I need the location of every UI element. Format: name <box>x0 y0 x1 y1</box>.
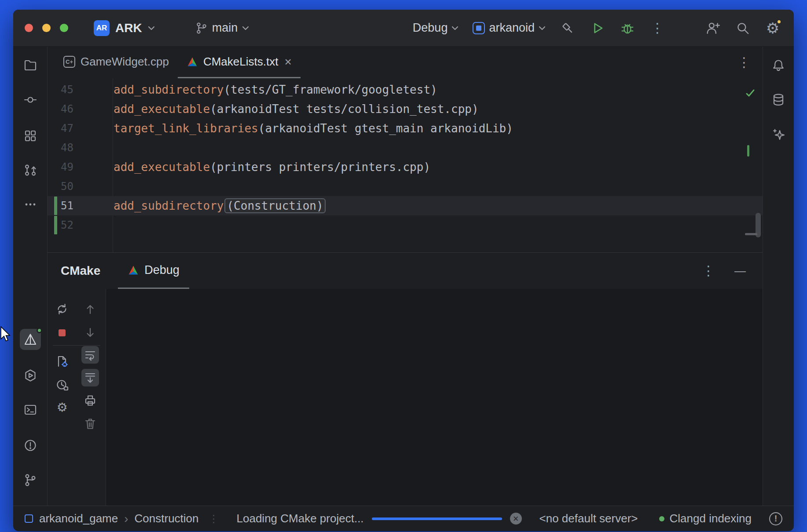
version-control-tool-button[interactable] <box>20 470 41 491</box>
line-number: 50 <box>48 177 73 196</box>
add-user-icon <box>706 21 720 35</box>
kebab-icon: ⋮ <box>737 56 751 69</box>
soft-wrap-button[interactable] <box>81 346 99 364</box>
main-area: C+ GameWidget.cpp CMakeLists.txt × ⋮ <box>13 47 794 506</box>
pull-request-icon <box>24 164 37 177</box>
editor-line[interactable]: 50 <box>48 177 763 196</box>
debug-mode-label: Debug <box>413 21 448 35</box>
breadcrumb-module[interactable]: Construction <box>135 512 199 525</box>
cmake-panel-body: ⚙ <box>48 289 763 506</box>
code-text: add_subdirectory(Construction) <box>73 196 326 215</box>
editor-scroll-mark <box>745 233 757 235</box>
add-user-button[interactable] <box>705 20 721 36</box>
services-tool-button[interactable] <box>20 365 41 386</box>
more-actions-button[interactable]: ⋮ <box>649 20 665 36</box>
debug-button[interactable] <box>620 20 635 36</box>
titlebar-actions: Debug arkanoid <box>413 20 794 36</box>
editor-line[interactable]: 47target_link_libraries(arkanoidTest gte… <box>48 119 763 138</box>
structure-tool-button[interactable] <box>20 125 41 146</box>
minimize-window-button[interactable] <box>42 24 51 32</box>
editor-line[interactable]: 46add_executable(arkanoidTest tests/coll… <box>48 99 763 119</box>
editor-line[interactable]: 48 <box>48 138 763 157</box>
down-stack-button[interactable] <box>81 324 99 342</box>
scroll-to-end-button[interactable] <box>81 369 99 386</box>
run-config-selector[interactable]: arkanoid <box>473 21 546 35</box>
traffic-lights <box>25 24 68 32</box>
cmake-console-output[interactable] <box>106 289 763 506</box>
file-gear-icon <box>55 355 69 368</box>
structure-icon <box>24 129 37 142</box>
run-button[interactable] <box>590 20 605 36</box>
project-name: ARK <box>115 21 142 35</box>
code-segment-boxed: (Construction) <box>224 198 325 213</box>
gear-icon: ⚙ <box>56 401 67 414</box>
right-tool-stripe <box>763 47 794 506</box>
terminal-tool-button[interactable] <box>20 399 41 420</box>
ai-assistant-button[interactable] <box>768 124 789 145</box>
settings-notification-dot <box>777 19 781 24</box>
database-button[interactable] <box>768 89 789 110</box>
close-window-button[interactable] <box>25 24 33 32</box>
tab-label: GameWidget.cpp <box>81 55 169 69</box>
settings-button[interactable]: ⚙ <box>765 20 781 36</box>
editor-line[interactable]: 51add_subdirectory(Construction) <box>48 196 763 215</box>
code-editor[interactable]: 45add_subdirectory(tests/GT_framework/go… <box>48 78 763 252</box>
chevron-down-icon <box>242 26 249 30</box>
services-icon <box>24 369 37 382</box>
breadcrumb-separator: › <box>124 512 128 526</box>
line-number: 48 <box>48 138 73 157</box>
cmake-tool-button[interactable] <box>20 329 41 350</box>
code-text: target_link_libraries(arkanoidTest gtest… <box>73 119 513 138</box>
up-stack-button[interactable] <box>81 300 99 318</box>
editor-tab-bar: C+ GameWidget.cpp CMakeLists.txt × ⋮ <box>48 47 763 78</box>
project-icon: AR <box>94 20 110 36</box>
database-icon <box>772 93 785 106</box>
left-tool-stripe <box>13 47 48 506</box>
tab-gamewidget[interactable]: C+ GameWidget.cpp <box>55 47 178 78</box>
bug-icon <box>620 21 635 35</box>
editor-line[interactable]: 52 <box>48 215 763 235</box>
code-text <box>73 215 114 235</box>
panel-options-button[interactable]: ⋮ <box>702 264 715 277</box>
status-right: <no default server> Clangd indexing ! <box>539 512 782 525</box>
bell-icon <box>772 58 785 72</box>
progress-bar <box>372 517 502 520</box>
breadcrumb-project[interactable]: arkanoid_game <box>39 512 118 525</box>
indexing-status: Clangd indexing <box>659 512 752 525</box>
default-server-selector[interactable]: <no default server> <box>539 512 638 525</box>
inspections-ok-icon[interactable] <box>745 88 756 98</box>
build-button[interactable] <box>560 20 576 36</box>
toolbar-divider <box>53 345 100 346</box>
cmake-active-dot <box>37 328 42 333</box>
reload-cmake-project-button[interactable] <box>53 353 71 370</box>
vcs-branch-widget[interactable]: main <box>195 21 249 35</box>
hide-panel-button[interactable]: — <box>734 265 746 277</box>
clear-all-button[interactable] <box>81 415 99 433</box>
debug-mode-selector[interactable]: Debug <box>413 21 459 35</box>
project-tool-button[interactable] <box>20 55 41 76</box>
notifications-button[interactable] <box>768 55 789 76</box>
cancel-task-button[interactable]: × <box>510 513 522 525</box>
error-indicator-button[interactable]: ! <box>769 512 782 525</box>
problems-tool-button[interactable] <box>20 435 41 456</box>
pull-requests-tool-button[interactable] <box>20 160 41 181</box>
project-widget[interactable]: AR ARK <box>94 20 155 36</box>
print-button[interactable] <box>81 392 99 409</box>
arrow-up-icon <box>84 302 97 316</box>
editor-line[interactable]: 49add_executable(printers printers/print… <box>48 157 763 177</box>
stop-icon <box>55 326 69 339</box>
search-button[interactable] <box>735 20 751 36</box>
editor-line[interactable]: 45add_subdirectory(tests/GT_framework/go… <box>48 80 763 99</box>
zoom-window-button[interactable] <box>60 24 68 32</box>
tab-options-button[interactable]: ⋮ <box>736 55 752 70</box>
panel-tab-debug[interactable]: Debug <box>118 253 189 289</box>
stop-button[interactable] <box>53 324 71 342</box>
more-tools-button[interactable] <box>20 194 41 215</box>
tab-cmakelists[interactable]: CMakeLists.txt × <box>178 47 301 78</box>
rerun-cmake-button[interactable] <box>53 300 71 318</box>
close-tab-icon[interactable]: × <box>284 56 291 68</box>
background-task-label: Loading CMake project... <box>237 512 364 525</box>
commit-tool-button[interactable] <box>20 89 41 110</box>
profiling-history-button[interactable] <box>53 376 71 394</box>
cmake-settings-button[interactable]: ⚙ <box>53 399 71 416</box>
